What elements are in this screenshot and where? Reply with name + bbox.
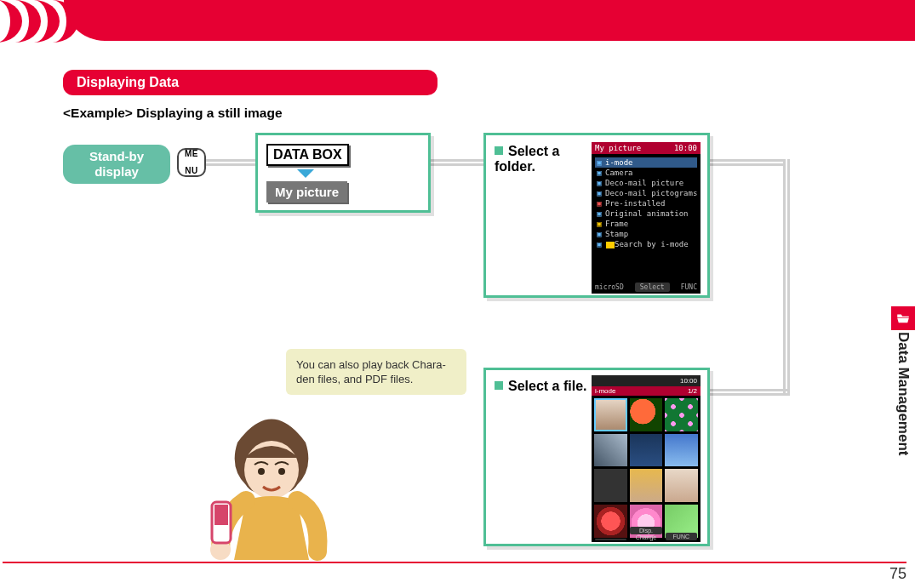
phone-time: 10:00 (674, 144, 697, 152)
folder-name: Pre-installed (605, 199, 665, 208)
databox-title: DATA BOX (266, 144, 349, 166)
bullet-icon (495, 381, 503, 390)
thumbnail (594, 469, 627, 502)
standby-display-box: Stand-bydisplay (63, 145, 170, 184)
step-select-file: Select a file. 10:00 i-mode 1/2 (483, 368, 710, 546)
thumbnail (665, 469, 698, 502)
folder-item: ▣i-mode (595, 157, 697, 168)
folder-item: ▣Search by i-mode (595, 239, 697, 249)
thumbnail (630, 434, 663, 467)
standby-line1: Stand-by (89, 149, 144, 163)
phone-folder-list: My picture 10:00 ▣i-mode▣Camera▣Deco-mai… (592, 142, 701, 294)
page-footer: 75 (3, 562, 906, 583)
menu-key-line2: NU (185, 167, 198, 175)
folder-icon: ▣ (595, 179, 603, 187)
folder-item: ▣Camera (595, 168, 697, 178)
folder-item: ▣Deco-mail pictograms (595, 188, 697, 198)
folder-name: Stamp (605, 230, 628, 238)
connector (206, 159, 255, 166)
thumbnail (594, 434, 627, 467)
boy-illustration (178, 391, 365, 579)
connector (431, 159, 483, 166)
svg-point-1 (258, 468, 265, 475)
folder-icon: ▣ (595, 158, 603, 167)
folder-item: ▣Pre-installed (595, 198, 697, 208)
folder-icon: ▣ (595, 240, 603, 248)
svg-rect-5 (214, 505, 228, 525)
folder-item: ▣Original animation (595, 208, 697, 219)
phone-time: 10:00 (680, 377, 697, 385)
step-databox: DATA BOX My picture (255, 133, 431, 213)
step2-label: Select a folder. (495, 144, 588, 174)
softkey-left: microSD (595, 283, 624, 291)
section-title: Displaying Data (63, 70, 437, 95)
thumbnail (630, 398, 663, 431)
folder-icon (891, 306, 915, 330)
folder-icon: ▣ (595, 220, 603, 228)
softkey-center-bottom: Change (628, 534, 663, 540)
folder-name: Deco-mail pictograms (605, 189, 697, 197)
phone-page: 1/2 (688, 387, 697, 395)
folder-list: ▣i-mode▣Camera▣Deco-mail picture▣Deco-ma… (592, 154, 701, 253)
menu-key-line1: ME (185, 150, 198, 158)
section-tab-label: Data Management (891, 332, 915, 502)
thumbnail-grid (592, 396, 701, 540)
connector (783, 159, 790, 396)
i-mode-icon (606, 242, 615, 248)
softkey-center-top: Disp. (630, 527, 661, 534)
folder-name: Deco-mail picture (605, 179, 683, 187)
header-decor (0, 0, 915, 54)
folder-icon: ▣ (595, 209, 603, 218)
folder-name: Camera (605, 168, 633, 177)
folder-name: i-mode (605, 158, 633, 167)
phone-folder-name: i-mode (595, 387, 615, 395)
example-heading: <Example> Displaying a still image (63, 106, 880, 121)
step-select-folder: Select a folder. My picture 10:00 ▣i-mod… (483, 133, 710, 298)
bullet-icon (495, 146, 503, 155)
folder-icon: ▣ (595, 168, 603, 177)
folder-icon: ▣ (595, 189, 603, 197)
tip-bubble: You can also play back Chara-den files, … (286, 349, 466, 395)
connector (710, 389, 790, 396)
phone-title: My picture (595, 144, 641, 152)
folder-item: ▣Stamp (595, 229, 697, 239)
step3-label: Select a file. (495, 379, 588, 394)
flow-diagram: Stand-bydisplay MENU DATA BOX My picture… (63, 133, 880, 575)
folder-name: Search by i-mode (615, 240, 689, 248)
softkey-center: Select (635, 283, 670, 292)
menu-key-icon: MENU (177, 148, 206, 177)
softkey-left (595, 539, 626, 540)
thumbnail (630, 469, 663, 502)
folder-item: ▣Frame (595, 219, 697, 229)
svg-point-2 (278, 468, 285, 475)
thumbnail (665, 398, 698, 431)
folder-name: Frame (605, 220, 628, 228)
arrow-down-icon (297, 169, 314, 178)
softkey-right: FUNC (666, 533, 697, 540)
folder-icon: ▣ (595, 199, 603, 208)
folder-item: ▣Deco-mail picture (595, 178, 697, 188)
folder-name: Original animation (605, 209, 689, 218)
thumbnail (665, 434, 698, 467)
databox-item: My picture (266, 181, 347, 203)
folder-icon: ▣ (595, 230, 603, 238)
connector (710, 159, 783, 166)
page-number: 75 (889, 565, 906, 582)
phone-thumbnail-grid: 10:00 i-mode 1/2 (592, 375, 701, 542)
standby-line2: display (94, 164, 139, 179)
softkey-right: FUNC (681, 283, 697, 291)
thumbnail (594, 398, 627, 431)
